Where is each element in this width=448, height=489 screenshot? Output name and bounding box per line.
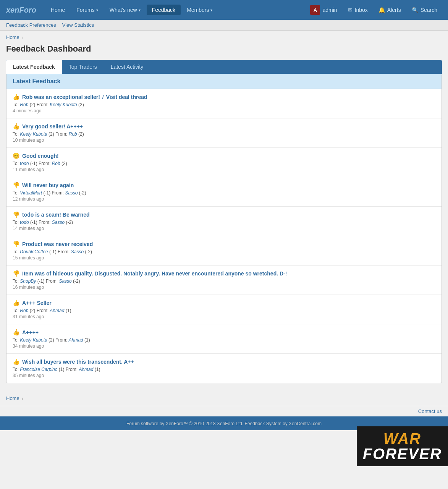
- feedback-item-3: 👎 Will never buy again To: VirtualMart (…: [6, 177, 442, 207]
- feedback-time-3: 12 minutes ago: [13, 196, 435, 202]
- feedback-title-9: 👍 Wish all buyers were this transcendent…: [13, 358, 435, 365]
- inbox-button[interactable]: ✉ Inbox: [343, 5, 372, 15]
- feedback-time-6: 16 minutes ago: [13, 285, 435, 290]
- feedback-type-icon-3: 👎: [13, 182, 20, 189]
- feedback-time-7: 31 minutes ago: [13, 314, 435, 319]
- feedback-meta-0: To: Rob (2) From: Keely Kubota (2): [13, 102, 435, 107]
- feedback-title-8: 👍 A++++: [13, 329, 435, 336]
- search-label: Search: [421, 7, 437, 13]
- feedback-to-user-0[interactable]: Rob: [20, 102, 28, 107]
- feedback-section-header: Latest Feedback: [6, 74, 442, 89]
- page-title: Feedback Dashboard: [0, 42, 448, 60]
- feedback-title-3: 👎 Will never buy again: [13, 182, 435, 189]
- feedback-time-1: 10 minutes ago: [13, 138, 435, 143]
- feedback-from-user-6[interactable]: Sasso: [59, 279, 71, 284]
- feedback-from-user-2[interactable]: Rob: [52, 161, 60, 166]
- feedback-title-link-9[interactable]: Wish all buyers were this transcendent. …: [22, 359, 134, 365]
- footer-home-link[interactable]: Home: [6, 395, 19, 401]
- feedback-from-user-4[interactable]: Sasso: [52, 220, 65, 225]
- feedback-title-7: 👍 A+++ Seller: [13, 300, 435, 306]
- feedback-time-5: 15 minutes ago: [13, 255, 435, 261]
- feedback-title-link-5[interactable]: Product was never received: [22, 241, 93, 247]
- feedback-from-user-1[interactable]: Rob: [69, 131, 77, 137]
- feedback-meta-4: To: todo (-1) From: Sasso (-2): [13, 220, 435, 225]
- feedback-meta-3: To: VirtualMart (-1) From: Sasso (-2): [13, 190, 435, 196]
- tab-latest-feedback[interactable]: Latest Feedback: [6, 60, 62, 74]
- logo-text: xenForo: [6, 6, 36, 14]
- feedback-time-0: 4 minutes ago: [13, 108, 435, 113]
- tab-top-traders[interactable]: Top Traders: [62, 60, 104, 74]
- feedback-meta-9: To: Francoise Carpino (1) From: Ahmad (1…: [13, 367, 435, 372]
- feedback-meta-1: To: Keely Kubota (2) From: Rob (2): [13, 131, 435, 137]
- contact-us-link[interactable]: Contact us: [418, 408, 442, 414]
- feedback-title-link-3[interactable]: Will never buy again: [22, 182, 74, 188]
- alerts-button[interactable]: 🔔 Alerts: [374, 5, 406, 15]
- feedback-to-user-6[interactable]: ShopBy: [20, 279, 36, 284]
- feedback-from-user-0[interactable]: Keely Kubota: [50, 102, 77, 107]
- feedback-type-icon-6: 👎: [13, 270, 20, 277]
- main-content: Latest Feedback Top Traders Latest Activ…: [0, 60, 448, 391]
- feedback-title-link-1[interactable]: Very good seller! A++++: [22, 123, 83, 130]
- feedback-type-icon-9: 👍: [13, 358, 20, 365]
- nav-items: Home Forums ▾ What's new ▾ Feedback Memb…: [45, 5, 306, 15]
- feedback-title-2: 😊 Good enough!: [13, 152, 435, 159]
- top-navigation: xenForo Home Forums ▾ What's new ▾ Feedb…: [0, 0, 448, 20]
- nav-item-home[interactable]: Home: [45, 5, 70, 15]
- feedback-meta-2: To: todo (-1) From: Rob (2): [13, 161, 435, 166]
- search-button[interactable]: 🔍 Search: [407, 5, 442, 15]
- war-forever-badge: WAR FOREVER: [357, 426, 448, 430]
- feedback-type-icon-7: 👍: [13, 300, 20, 306]
- footer-breadcrumb-separator: ›: [22, 395, 23, 401]
- breadcrumb-home[interactable]: Home: [6, 34, 19, 40]
- feedback-to-user-8[interactable]: Keely Kubota: [20, 337, 47, 343]
- footer-breadcrumb: Home ›: [0, 391, 448, 406]
- feedback-to-user-7[interactable]: Rob: [20, 308, 28, 313]
- feedback-from-user-5[interactable]: Sasso: [71, 249, 84, 254]
- feedback-from-user-3[interactable]: Sasso: [65, 190, 78, 196]
- admin-label: admin: [322, 7, 337, 13]
- visit-deal-thread-link-0[interactable]: Visit deal thread: [106, 94, 147, 100]
- feedback-to-user-4[interactable]: todo: [20, 220, 29, 225]
- feedback-from-user-7[interactable]: Ahmad: [50, 308, 64, 313]
- alerts-icon: 🔔: [378, 7, 385, 13]
- alerts-label: Alerts: [387, 7, 401, 13]
- feedback-to-user-1[interactable]: Keely Kubota: [20, 131, 47, 137]
- admin-user-button[interactable]: A admin: [306, 3, 341, 17]
- view-statistics-link[interactable]: View Statistics: [62, 22, 94, 28]
- feedback-title-link-7[interactable]: A+++ Seller: [22, 300, 52, 306]
- feedback-type-icon-4: 👎: [13, 211, 20, 218]
- feedback-to-user-3[interactable]: VirtualMart: [20, 190, 42, 196]
- feedback-type-icon-8: 👍: [13, 329, 20, 336]
- feedback-item-0: 👍 Rob was an exceptional seller! / Visit…: [6, 89, 442, 118]
- members-dropdown-icon: ▾: [210, 8, 212, 12]
- feedback-time-8: 34 minutes ago: [13, 343, 435, 349]
- feedback-title-link-4[interactable]: todo is a scam! Be warned: [22, 212, 90, 218]
- feedback-item-4: 👎 todo is a scam! Be warned To: todo (-1…: [6, 207, 442, 236]
- tab-latest-activity[interactable]: Latest Activity: [104, 60, 150, 74]
- nav-item-forums[interactable]: Forums ▾: [71, 5, 103, 15]
- nav-item-members[interactable]: Members ▾: [181, 5, 218, 15]
- search-icon: 🔍: [412, 7, 418, 13]
- feedback-item-5: 👎 Product was never received To: DoubleC…: [6, 236, 442, 266]
- feedback-to-user-9[interactable]: Francoise Carpino: [20, 367, 57, 372]
- feedback-title-link-2[interactable]: Good enough!: [22, 153, 59, 159]
- feedback-from-user-9[interactable]: Ahmad: [79, 367, 93, 372]
- feedback-to-user-2[interactable]: todo: [20, 161, 29, 166]
- feedback-preferences-link[interactable]: Feedback Preferences: [6, 22, 56, 28]
- nav-item-feedback[interactable]: Feedback: [147, 5, 181, 15]
- feedback-from-user-8[interactable]: Ahmad: [69, 337, 83, 343]
- inbox-icon: ✉: [348, 7, 353, 13]
- feedback-type-icon-5: 👎: [13, 241, 20, 248]
- feedback-item-9: 👍 Wish all buyers were this transcendent…: [6, 354, 442, 383]
- inbox-label: Inbox: [355, 7, 368, 13]
- nav-item-whats-new[interactable]: What's new ▾: [104, 5, 146, 15]
- feedback-to-user-5[interactable]: DoubleCoffee: [20, 249, 48, 254]
- feedback-meta-8: To: Keely Kubota (2) From: Ahmad (1): [13, 337, 435, 343]
- whats-new-dropdown-icon: ▾: [139, 8, 141, 12]
- feedback-title-link-8[interactable]: A++++: [22, 329, 39, 335]
- site-logo[interactable]: xenForo: [6, 6, 36, 15]
- feedback-title-link-6[interactable]: Item was of hideous quality. Disgusted. …: [22, 270, 287, 277]
- feedback-title-link-0[interactable]: Rob was an exceptional seller!: [22, 94, 100, 100]
- feedback-type-icon-2: 😊: [13, 152, 20, 159]
- feedback-item-7: 👍 A+++ Seller To: Rob (2) From: Ahmad (1…: [6, 295, 442, 324]
